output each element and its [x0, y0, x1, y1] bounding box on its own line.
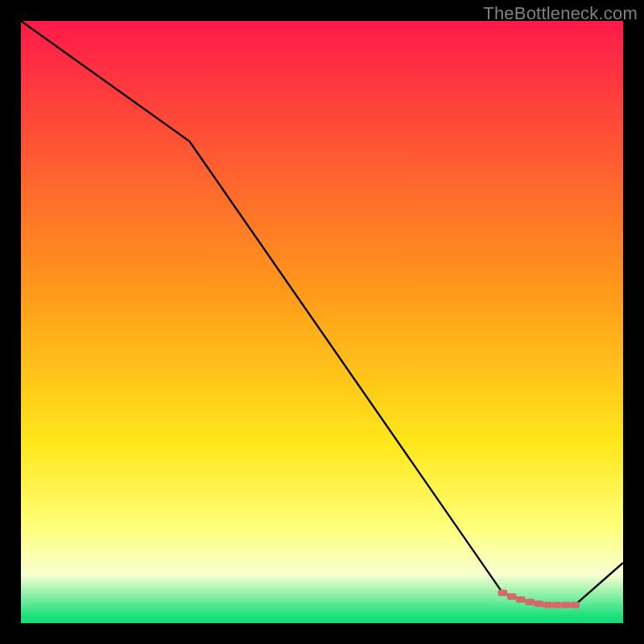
watermark-text: TheBottleneck.com — [483, 3, 638, 24]
background-gradient — [21, 21, 623, 623]
plot-area — [21, 21, 623, 623]
chart-stage: TheBottleneck.com — [0, 0, 644, 644]
gradient-rect — [21, 21, 623, 623]
